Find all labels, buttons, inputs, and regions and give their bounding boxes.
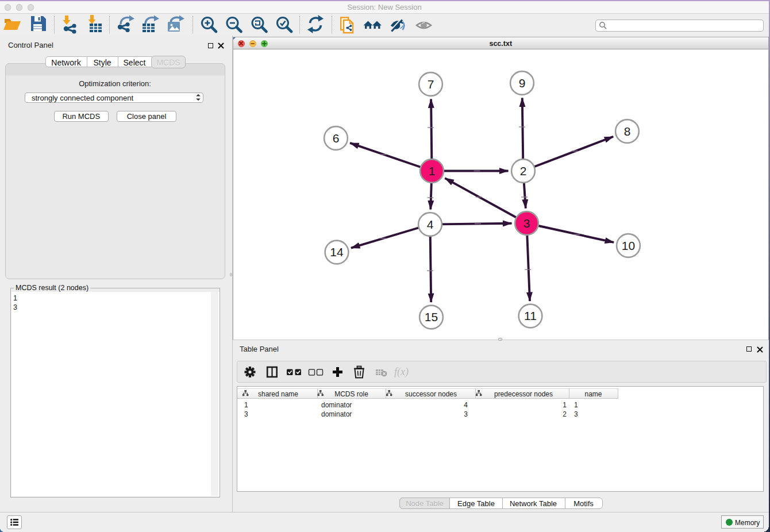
svg-text:15: 15 [424,310,437,323]
svg-text:9: 9 [518,76,525,89]
svg-text:14: 14 [330,245,344,259]
svg-text:3: 3 [523,216,530,229]
svg-text:10: 10 [621,238,634,252]
svg-text:6: 6 [332,131,339,144]
svg-text:f(x): f(x) [394,366,409,378]
svg-text:11: 11 [524,309,537,322]
svg-text:2: 2 [519,164,526,177]
svg-text:8: 8 [623,124,630,137]
svg-text:7: 7 [427,77,434,90]
svg-text:4: 4 [426,217,433,230]
svg-text:1: 1 [428,164,435,177]
